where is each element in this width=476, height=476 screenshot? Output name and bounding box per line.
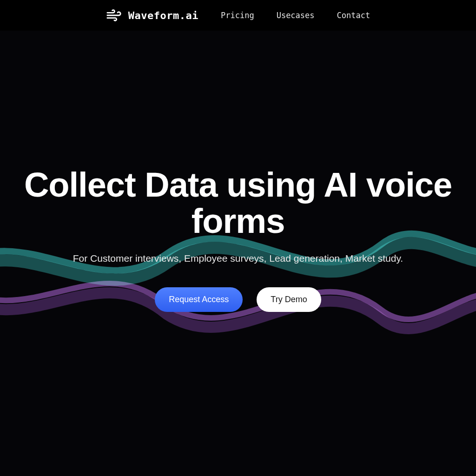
wind-icon <box>106 7 122 23</box>
top-nav: Waveform.ai Pricing Usecases Contact <box>0 0 476 31</box>
request-access-button[interactable]: Request Access <box>155 287 243 312</box>
try-demo-button[interactable]: Try Demo <box>257 287 321 312</box>
hero-section: Collect Data using AI voice forms For Cu… <box>0 31 476 476</box>
nav-link-usecases[interactable]: Usecases <box>277 11 315 20</box>
hero-subhead: For Customer interviews, Employee survey… <box>73 253 403 264</box>
nav-link-pricing[interactable]: Pricing <box>221 11 254 20</box>
nav-links: Pricing Usecases Contact <box>221 11 370 20</box>
cta-row: Request Access Try Demo <box>155 287 321 312</box>
nav-link-contact[interactable]: Contact <box>337 11 370 20</box>
brand[interactable]: Waveform.ai <box>106 7 198 23</box>
brand-name: Waveform.ai <box>128 10 198 21</box>
hero-headline: Collect Data using AI voice forms <box>19 167 457 239</box>
